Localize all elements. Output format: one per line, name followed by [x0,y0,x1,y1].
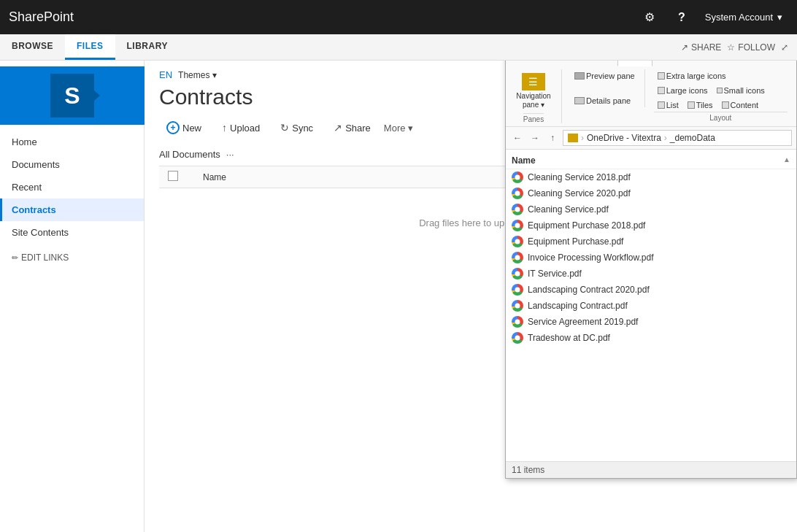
fe-ribbon-tabs: File Home Share View [506,61,796,66]
chrome-icon [512,220,523,231]
account-menu[interactable]: System Account ▾ [699,12,788,23]
file-item[interactable]: Equipment Purchase.pdf [506,234,796,250]
fe-panes-label: Panes [523,113,544,123]
fe-breadcrumb: › OneDrive - Vitextra › _demoData [563,130,792,146]
sidebar-item-documents[interactable]: Documents [0,153,144,176]
breadcrumb-lang[interactable]: EN [159,69,172,80]
fe-forward-button[interactable]: → [528,131,542,145]
chrome-icon [512,236,523,247]
top-bar-icons: ⚙ ? System Account ▾ [635,3,788,32]
fe-tab-view[interactable]: View [617,61,652,66]
file-item[interactable]: Tradeshow at DC.pdf [506,330,796,346]
chrome-icon [512,204,523,215]
fe-tab-share[interactable]: Share [578,61,617,66]
expand-icon: ⤢ [781,42,788,53]
sidebar-item-home[interactable]: Home [0,131,144,153]
ribbon-actions: ↗ SHARE ☆ FOLLOW ⤢ [681,34,797,60]
fe-up-button[interactable]: ↑ [545,131,560,145]
upload-icon: ↑ [222,122,227,134]
fe-details-pane-button[interactable]: Details pane [571,94,639,107]
sync-button[interactable]: ↻ Sync [273,119,320,136]
content-area: EN Themes ▾ ✏ EDIT LINKS Contracts + New… [145,61,797,532]
chrome-icon [512,332,523,344]
fe-list-button[interactable]: List [654,99,682,112]
fe-file-list-header: Name ▲ [506,153,796,169]
tab-library[interactable]: LIBRARY [115,34,180,60]
chrome-icon [512,268,523,280]
share-link-icon: ↗ [334,122,342,134]
fe-breadcrumb-demodata[interactable]: _demoData [670,133,715,143]
folder-icon [568,134,578,142]
file-item[interactable]: Cleaning Service.pdf [506,201,796,217]
breadcrumb-themes[interactable]: Themes ▾ [178,70,217,80]
file-explorer: | _demoData File Home Share View [505,61,797,479]
ribbon: BROWSE FILES LIBRARY ↗ SHARE ☆ FOLLOW ⤢ [0,34,797,61]
sidebar-item-site-contents[interactable]: Site Contents [0,221,144,244]
file-item[interactable]: Landscaping Contract.pdf [506,298,796,314]
header-checkbox [168,171,185,183]
chrome-icon [512,252,523,263]
fe-sort-icon[interactable]: ▲ [783,155,790,166]
top-bar: SharePoint ⚙ ? System Account ▾ [0,0,797,34]
file-item[interactable]: IT Service.pdf [506,266,796,282]
fe-preview-pane-button[interactable]: Preview pane [571,69,639,82]
fe-content-button[interactable]: Content [718,99,763,112]
account-name: System Account [705,12,773,23]
sidebar: S Home Documents Recent Contracts Site C… [0,61,145,532]
expand-button[interactable]: ⤢ [781,42,788,53]
fe-tab-home[interactable]: Home [539,61,578,66]
star-icon: ☆ [727,42,735,53]
help-icon: ? [678,11,685,24]
gear-icon: ⚙ [644,10,655,24]
fe-nav-pane-button[interactable]: ☰ Navigationpane ▾ [512,69,555,113]
logo-letter: S [64,82,80,109]
tab-files[interactable]: FILES [65,34,115,60]
site-logo: S [0,66,145,125]
account-chevron-icon: ▾ [777,12,782,23]
fe-layout-label: Layout [654,112,788,122]
follow-button[interactable]: ☆ FOLLOW [727,42,775,53]
fe-breadcrumb-onedrive[interactable]: OneDrive - Vitextra [587,133,661,143]
chrome-icon [512,188,523,199]
fe-extra-large-icons-button[interactable]: Extra large icons [654,69,730,82]
gear-button[interactable]: ⚙ [635,3,664,32]
logo-inner: S [50,74,94,117]
file-item[interactable]: Equipment Purchase 2018.pdf [506,217,796,234]
fe-tiles-button[interactable]: Tiles [684,99,717,112]
fe-tab-file[interactable]: File [509,61,539,66]
fe-breadcrumb-sep1: › [581,133,584,143]
fe-addressbar: ← → ↑ › OneDrive - Vitextra › _demoData [506,127,796,150]
sidebar-item-contracts[interactable]: Contracts [0,198,144,221]
docs-ellipsis[interactable]: ··· [226,149,234,160]
sidebar-item-recent[interactable]: Recent [0,176,144,198]
fe-back-button[interactable]: ← [510,131,525,145]
logo-arrow [90,87,100,104]
fe-large-icons-button[interactable]: Large icons [654,84,712,97]
chrome-icon [512,284,523,296]
pencil-icon: ✏ [12,253,18,263]
chevron-down-icon: ▾ [212,70,217,80]
file-item[interactable]: Cleaning Service 2020.pdf [506,185,796,201]
help-button[interactable]: ? [667,3,696,32]
share-icon: ↗ [681,42,688,53]
all-documents-label[interactable]: All Documents [159,149,220,160]
fe-small-icons-button[interactable]: Small icons [713,84,769,97]
sidebar-edit-links[interactable]: ✏ EDIT LINKS [0,247,144,269]
more-button[interactable]: More ▾ [384,123,414,134]
file-item[interactable]: Service Agreement 2019.pdf [506,314,796,330]
file-item[interactable]: Invoice Processing Workflow.pdf [506,250,796,266]
share-link-button[interactable]: ↗ Share [326,119,378,136]
file-item[interactable]: Landscaping Contract 2020.pdf [506,282,796,298]
fe-file-list: Name ▲ Cleaning Service 2018.pdf Cleanin… [506,150,796,461]
share-button[interactable]: ↗ SHARE [681,42,721,53]
app-logo: SharePoint [9,9,74,25]
fe-statusbar: 11 items [506,461,796,478]
fe-ribbon: File Home Share View ☰ Na [506,61,796,127]
upload-button[interactable]: ↑ Upload [215,119,267,136]
file-item[interactable]: Cleaning Service 2018.pdf [506,169,796,185]
fe-breadcrumb-sep2: › [664,133,667,143]
chrome-icon [512,316,523,328]
more-chevron-icon: ▾ [408,123,413,134]
new-button[interactable]: + New [159,118,209,137]
tab-browse[interactable]: BROWSE [0,34,65,60]
